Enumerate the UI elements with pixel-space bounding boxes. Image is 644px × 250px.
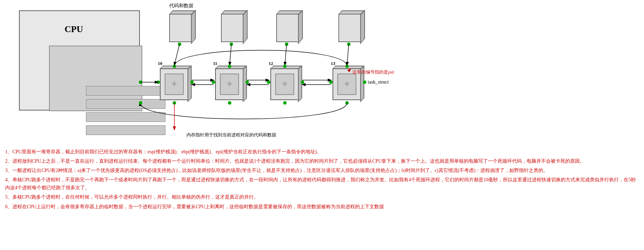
proc-num-13: 13	[331, 61, 335, 66]
proc-side-10	[188, 65, 192, 102]
svg-point-23	[345, 101, 349, 105]
text-line-3: 3、一般进程让出CPU有2种情况：a)来了一个优先级更高的进程(OS必须支持抢占…	[5, 166, 639, 174]
text-area: 1、CPU里面有一堆寄存器，截止到目前我们已经见过的寄存器有：esp(维护栈顶)…	[0, 145, 644, 215]
proc-side-12	[298, 65, 302, 102]
mem-face-side-1	[191, 10, 196, 45]
proc-num-11: 11	[213, 61, 217, 66]
mem-face-side-4	[360, 10, 365, 45]
text-line-4: 4、单核CPU跑多个进程时，不是跑完一个再跑下一个或者时间片到了再跑下一个，而是…	[5, 176, 639, 192]
star-13: ✦	[343, 79, 351, 89]
svg-point-20	[173, 101, 176, 105]
cpu-box: CPU	[19, 10, 140, 110]
svg-point-2	[285, 42, 288, 46]
svg-point-21	[228, 101, 231, 105]
svg-point-1	[230, 42, 233, 46]
reg-line-3	[86, 112, 165, 122]
reg-line-2	[86, 99, 165, 109]
star-10: ✦	[170, 79, 178, 89]
mem-face-front-4	[338, 14, 361, 42]
mem-face-front-2	[221, 14, 243, 42]
svg-line-7	[347, 44, 349, 65]
diagram-area: CPU 代码和数据	[0, 0, 644, 145]
mem-face-side-2	[243, 10, 248, 45]
proc-side-11	[243, 65, 247, 102]
text-line-1: 1、CPU里面有一堆寄存器，截止到目前我们已经见过的寄存器有：esp(维护栈顶)…	[5, 148, 639, 156]
cpu-inner-box	[49, 46, 142, 111]
proc-inner-12: ✦	[275, 74, 294, 95]
mem-block-4	[335, 10, 359, 41]
cpu-label: CPU	[65, 24, 83, 35]
mem-face-side-3	[298, 10, 303, 45]
mem-face-front-1	[169, 14, 192, 42]
proc-node-11: ✦	[212, 66, 243, 100]
reg-line-4	[86, 125, 165, 135]
task-struct-label: task_struct	[368, 79, 389, 85]
svg-point-3	[347, 42, 350, 46]
svg-point-0	[178, 42, 181, 46]
proc-front-11: ✦	[215, 68, 243, 100]
reg-line-1	[86, 86, 165, 96]
proc-inner-10: ✦	[165, 74, 184, 95]
pid-annotation: 这里的编号指的是pid	[352, 69, 394, 75]
proc-front-10: ✦	[160, 68, 188, 100]
mem-block-2	[218, 10, 242, 41]
proc-inner-11: ✦	[220, 74, 239, 95]
proc-front-12: ✦	[270, 68, 299, 100]
svg-line-4	[174, 44, 180, 65]
mem-block-3	[273, 10, 297, 41]
svg-point-22	[283, 101, 287, 105]
mem-ptr-label: 内存指针用于找到当前进程对应的代码和数据	[162, 132, 300, 138]
proc-num-12: 12	[269, 61, 273, 66]
star-12: ✦	[281, 79, 289, 89]
cpu-registers	[86, 86, 165, 138]
svg-line-5	[230, 44, 231, 65]
proc-node-12: ✦	[268, 66, 299, 100]
text-line-5: 5、多核CPU跑多个进程时，在任何时候，可以允许多个进程同时执行，并行。相比单核…	[5, 193, 639, 201]
mem-block-1	[166, 10, 190, 41]
proc-node-10: ✦	[157, 66, 188, 100]
text-line-2: 2、进程放到CPU上之后，不是一直在运行，直到进程运行结束。每个进程都有一个运行…	[5, 157, 639, 165]
star-11: ✦	[225, 79, 233, 89]
proc-inner-13: ✦	[337, 74, 356, 95]
code-data-label: 代码和数据	[169, 3, 193, 9]
mem-face-front-3	[276, 14, 299, 42]
text-line-6: 6、进程在CPU上运行时，会有很多寄存器上的临时数据，当一个进程运行完毕，需要被…	[5, 203, 639, 211]
svg-line-6	[285, 44, 287, 65]
proc-num-10: 10	[158, 61, 162, 66]
